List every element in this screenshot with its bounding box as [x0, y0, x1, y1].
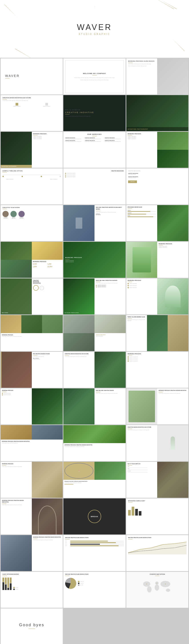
wp3-diamond-3 [128, 360, 129, 362]
wpcl-img-1 [1, 425, 32, 440]
cb-title: WE ARE CREATIVE DESIGN SLIDE BEST WORK [96, 206, 124, 210]
co-bar-group-2 [5, 578, 7, 590]
wwb-bar-fill-3 [70, 544, 100, 545]
gt2-name-line [128, 468, 148, 468]
tc-divider [128, 318, 132, 319]
tc-layout: THREE COLUMN MEMBER SLIDE Creative desig… [126, 315, 188, 351]
wpn-item-1: CREATIVE INNOVATIVE [2, 393, 30, 394]
pb-fill-2 [128, 214, 146, 214]
adv2-text: CREATIVE INNOVATIVECREATIVE INNOVATIVECR… [33, 136, 62, 140]
cdd-text: CREATIVE DESIGN INOVATIVE AGE FUTURE Cre… [126, 425, 158, 461]
nwp-title: WORKING PROCESS [65, 257, 124, 258]
wpdes-divider [2, 465, 6, 466]
tl3-item-2-text: Creative design innovative [128, 177, 186, 178]
tl-line-container [2, 175, 61, 177]
wpgf-text: WORKING PROCESS CREATIVE DESIGN INOVATIV… [63, 443, 126, 461]
wpn-title: WORKING PROCESS [2, 390, 30, 391]
wpc-img-2 [94, 462, 126, 480]
pb-fill-1 [128, 211, 150, 212]
wplant-img [126, 242, 158, 278]
co-bar-4a [10, 578, 12, 583]
gt-img-overlay: GET IT TOUCH [1, 278, 32, 314]
wwp-divider [65, 576, 70, 576]
wwa-text: WHO WE ARE CREATIVE DESIGN Creative desi… [94, 278, 126, 314]
wpgf-text-content: Creative design innovative age future wo… [64, 446, 124, 447]
tl3-btn-label: LEARN MORE [130, 181, 135, 182]
slide-adventure-1: ADVENTURE PHOTOGRAPHY [126, 95, 188, 131]
wwl-title: WHO WE CREATIVE SLIDE DESIGN STUDIO [128, 537, 186, 538]
adv1-overlay: ADVENTURE PHOTOGRAPHY [126, 127, 188, 131]
cdr-image [94, 352, 126, 388]
cm-item-2: CREATIVE MESSAGING [65, 175, 124, 176]
st-numbers: WORKING PROCESS 3,442 CREATIVE 1,402 INN… [1, 260, 63, 278]
wpc-clock-face: ⏰ [64, 463, 94, 479]
break-text: BREAK [91, 516, 98, 518]
slide-dark-creative: WHO IS INOVATIVE CREATIVE INOVATIVE Crea… [63, 95, 126, 131]
wwb-bar-label-3: 2021 [65, 544, 70, 545]
cover-decoration-tl [4, 4, 17, 17]
wpm-title: WORKING PROCESS CREATIVE DESIGN INOVATIV… [33, 536, 62, 538]
wpm-divider [33, 539, 38, 539]
wpgl-text: WORKING PROCESS Creative design innovati… [1, 333, 63, 351]
os-item-2-text: Creative design innovative age future wo… [85, 138, 104, 139]
pb-divider [128, 208, 132, 209]
wwb-bar-label-1: 2019 [65, 541, 70, 542]
slide-wp-nature: WORKING PROCESS CREATIVE INNOVATIVE CREA… [1, 388, 63, 424]
pg-text-content: CREATIVE INNOVATIVE [96, 336, 124, 337]
wc-author-title: CREATIVE DESIGNER [33, 359, 62, 360]
wpb-layout: WORKINC PROCESS CREATIVE DESIGN INOVATIV… [126, 388, 188, 424]
tl3-item-1-text: Creative design innovative [128, 174, 186, 175]
st-title: WORKING PROCESS [33, 261, 62, 262]
wwb-divider [65, 539, 70, 539]
wp1-img-placeholder [157, 58, 188, 94]
slide-who-we-are: WHO WE ARE CREATIVE DESIGN WHO WE ARE CR… [63, 278, 126, 314]
wwb-bar-fill-4 [70, 545, 118, 546]
tl3-list: CREATIVE MESSAGING Creative design innov… [128, 173, 186, 183]
slide-chart-option: CHART OPTION INFOGRAPHIC [1, 572, 63, 608]
co-title: CHART OPTION INFOGRAPHIC [2, 574, 61, 575]
wpc-img-1: ⏰ [63, 462, 94, 480]
pg-layout: CREATIVE INNOVATIVE CREATIVE INNOVATIVE [63, 315, 126, 351]
svg-point-7 [156, 583, 157, 583]
tc-text-content: Creative design innovative age future wo… [128, 319, 146, 321]
slide-wp-diamonds: WORKING PROCESS CREATIVE INNOVATIVE CREA… [126, 278, 188, 314]
deco-line-3 [15, 49, 38, 58]
tl-dot-1 [2, 176, 4, 177]
co-legend-dot-2 [13, 589, 15, 590]
cover-slide: WAVER STUDIO GRAPHIC [0, 0, 189, 58]
wp2-image [157, 132, 188, 168]
co-legend: Year Stats Next Stats [13, 587, 18, 590]
gb-title: Good byes [19, 623, 44, 627]
wwan-divider [96, 392, 100, 392]
tc-img-1 [147, 315, 168, 351]
wpcl-layout: WORKING PROCESS CREATIVE DESIGN INOVATIV… [1, 425, 63, 461]
wpd-item-3-text: CREATIVE INNOVATIVE [130, 287, 137, 288]
wc-text-body: Creative design innovative age future. [33, 356, 62, 357]
cover-content: WAVER STUDIO GRAPHIC [77, 23, 112, 35]
gt-image: GET IT TOUCH [1, 278, 32, 314]
os-title: OUR SERVICES [65, 134, 124, 135]
nwp-overlay: WORKING PROCESS CREATIVE INNOVATIVECREAT… [63, 242, 126, 278]
slide-wp-gold-left: WORKING PROCESS Creative design innovati… [1, 315, 63, 351]
wwa-diamond-2 [96, 286, 97, 288]
wpb-text-content: Creative design innovative age future wo… [158, 393, 187, 394]
slide-creative-design-1: CREATIVE DESIGN INOVATIVE AGE FUTURE Cre… [1, 95, 63, 131]
stat-3-label: DESIGN [33, 267, 47, 268]
wpd-diamond-2 [128, 285, 129, 286]
welcome-text: Creative design innovative age future. W… [67, 77, 122, 78]
slide-wwa-nature: WHO WE ARE CREATIVE DESIGN Creative desi… [63, 388, 126, 424]
wwp-ld-1 [78, 581, 80, 582]
tl3-button[interactable]: LEARN MORE [128, 180, 137, 183]
tc-text: THREE COLUMN MEMBER SLIDE Creative desig… [126, 315, 147, 351]
slide-our-services: OUR SERVICES CREATIVE INNOVATIVE Creativ… [63, 132, 126, 168]
adv2-image: ADVENTURE PHOTOGRAPHY [1, 132, 32, 168]
wwb-bar-row-2: 2020 [65, 542, 124, 543]
os-item-4-text: Creative design innovative age future wo… [65, 141, 84, 142]
adv2-content: WORKING PROCESS CREATIVE INNOVATIVECREAT… [32, 132, 63, 168]
gt2-layout: GET IT TOUCH WITH US NAME: EMAIL: MESSAG… [126, 462, 188, 498]
co-legend-1: Year Stats [13, 587, 18, 588]
cm-content: CREATIVE MESSAGING CREATIVE MESSAGING CR… [63, 168, 126, 179]
cover-title: WAVER [77, 23, 112, 32]
wwa-item-1-text: CREATIVE INNOVATIVE [98, 285, 106, 286]
slide-who-we-pie: WHO WE CREATIVE SLIDE DESIGN STUDIO Crea… [63, 572, 126, 608]
